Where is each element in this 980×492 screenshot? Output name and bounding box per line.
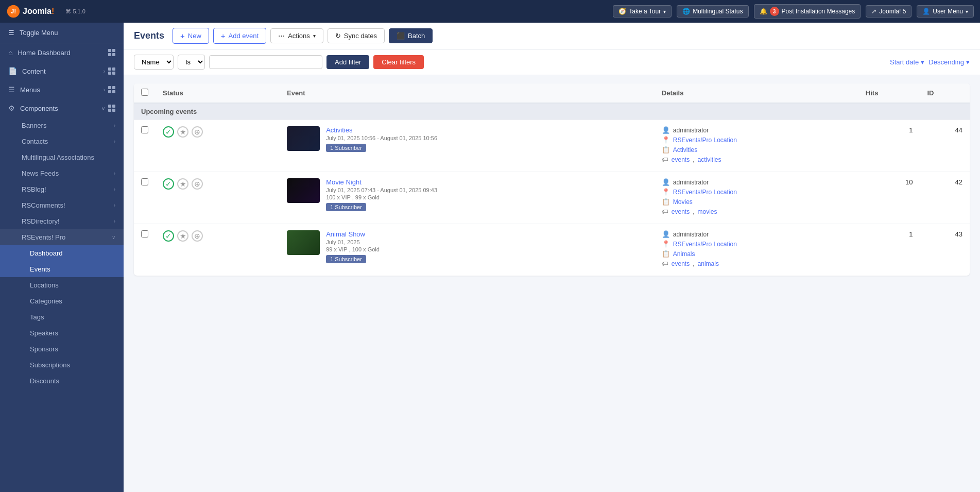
filter-value-input[interactable] xyxy=(209,55,322,69)
row-checkbox[interactable] xyxy=(141,178,148,185)
select-all-checkbox[interactable] xyxy=(141,89,148,96)
joomla5-button[interactable]: ↗ Joomla! 5 xyxy=(866,5,912,18)
tag-link[interactable]: events xyxy=(672,208,690,215)
access-icon[interactable]: ⊕ xyxy=(192,126,203,138)
event-date: July 01, 2025 10:56 - August 01, 2025 10… xyxy=(326,135,647,141)
detail-tags: 🏷 events, animals xyxy=(662,260,851,267)
category-link[interactable]: Animals xyxy=(673,250,695,258)
grid-icon xyxy=(108,49,115,56)
actions-button[interactable]: ⋯ Actions ▾ xyxy=(270,28,323,43)
grid-icon xyxy=(108,67,115,75)
published-icon[interactable]: ✓ xyxy=(163,230,174,242)
add-filter-button[interactable]: Add filter xyxy=(326,55,369,69)
sidebar-item-banners[interactable]: Banners › xyxy=(0,117,124,133)
sidebar-item-multilingual[interactable]: Multilingual Associations xyxy=(0,149,124,165)
featured-icon[interactable]: ★ xyxy=(177,178,188,190)
sidebar-sub-dashboard[interactable]: Dashboard xyxy=(0,245,124,261)
user-icon: 👤 xyxy=(922,8,930,15)
sidebar-item-newsfeeds[interactable]: News Feeds › xyxy=(0,165,124,181)
chevron-down-icon: ▾ xyxy=(313,33,316,39)
hits-cell: 1 xyxy=(858,224,920,276)
sidebar-item-home[interactable]: ⌂ Home Dashboard xyxy=(0,43,124,62)
sidebar-item-rsdirectory[interactable]: RSDirectory! › xyxy=(0,213,124,229)
add-event-button[interactable]: + Add event xyxy=(213,28,266,44)
col-header-event: Event xyxy=(280,83,655,103)
sidebar-sub-discounts[interactable]: Discounts xyxy=(0,373,124,389)
sort-direction-button[interactable]: Descending ▾ xyxy=(929,58,970,66)
joomla-logo-icon: J! xyxy=(6,4,21,19)
published-icon[interactable]: ✓ xyxy=(163,178,174,190)
event-cell: Activities July 01, 2025 10:56 - August … xyxy=(287,126,647,152)
row-checkbox[interactable] xyxy=(141,126,148,133)
sidebar-sub-events[interactable]: Events xyxy=(0,261,124,277)
detail-author: 👤 administrator xyxy=(662,178,851,186)
location-link[interactable]: RSEvents!Pro Location xyxy=(673,189,737,196)
location-icon: 📍 xyxy=(662,240,670,248)
sidebar-item-menus[interactable]: ☰ Menus › xyxy=(0,80,124,99)
tag-link[interactable]: activities xyxy=(698,156,721,163)
access-icon[interactable]: ⊕ xyxy=(192,178,203,190)
detail-category: 📋 Activities xyxy=(662,146,851,154)
sidebar-item-components[interactable]: ⚙ Components ∨ xyxy=(0,99,124,117)
event-name-link[interactable]: Movie Night xyxy=(326,178,362,186)
location-link[interactable]: RSEvents!Pro Location xyxy=(673,241,737,248)
chevron-right-icon: › xyxy=(114,123,115,128)
chevron-right-icon: › xyxy=(114,171,115,176)
tag-icon: 🏷 xyxy=(662,260,668,267)
batch-button[interactable]: ⬛ Batch xyxy=(389,28,433,43)
filter-operator-select[interactable]: Is xyxy=(178,55,205,70)
event-cell: Movie Night July 01, 2025 07:43 - August… xyxy=(287,178,647,211)
access-icon[interactable]: ⊕ xyxy=(192,230,203,242)
event-name-link[interactable]: Activities xyxy=(326,126,352,134)
hits-cell: 10 xyxy=(858,172,920,224)
published-icon[interactable]: ✓ xyxy=(163,126,174,138)
sidebar-sub-categories[interactable]: Categories xyxy=(0,293,124,309)
sidebar-item-contacts[interactable]: Contacts › xyxy=(0,133,124,149)
content-icon: 📄 xyxy=(8,67,17,75)
row-checkbox[interactable] xyxy=(141,230,148,237)
chevron-right-icon: › xyxy=(114,139,115,144)
featured-icon[interactable]: ★ xyxy=(177,230,188,242)
sidebar-sub-sponsors[interactable]: Sponsors xyxy=(0,341,124,357)
sidebar-item-rsevents[interactable]: RSEvents! Pro ∨ xyxy=(0,229,124,245)
notification-badge: 3 xyxy=(770,7,779,16)
author-name: administrator xyxy=(673,179,709,186)
tag-link[interactable]: events xyxy=(672,260,690,267)
new-button[interactable]: + New xyxy=(173,28,209,44)
sync-dates-button[interactable]: ↻ Sync dates xyxy=(328,28,385,43)
sort-field-button[interactable]: Start date ▾ xyxy=(890,58,924,66)
location-link[interactable]: RSEvents!Pro Location xyxy=(673,137,737,144)
event-name-link[interactable]: Animal Show xyxy=(326,230,365,238)
event-info: Animal Show July 01, 2025 99 x VIP , 100… xyxy=(326,230,647,263)
detail-category: 📋 Movies xyxy=(662,198,851,206)
tag-link[interactable]: animals xyxy=(698,260,719,267)
topbar: J! Joomla! ⌘ 5.1.0 🧭 Take a Tour ▾ 🌐 Mul… xyxy=(0,0,980,23)
sidebar-sub-subscriptions[interactable]: Subscriptions xyxy=(0,357,124,373)
featured-icon[interactable]: ★ xyxy=(177,126,188,138)
category-link[interactable]: Activities xyxy=(673,146,697,154)
notifications-button[interactable]: 🔔 3 Post Installation Messages xyxy=(754,4,861,19)
category-link[interactable]: Movies xyxy=(673,198,693,206)
tag-link[interactable]: movies xyxy=(698,208,717,215)
sidebar-sub-speakers[interactable]: Speakers xyxy=(0,325,124,341)
sidebar-sub-locations[interactable]: Locations xyxy=(0,277,124,293)
detail-author: 👤 administrator xyxy=(662,230,851,238)
user-icon: 👤 xyxy=(662,178,670,186)
user-menu-button[interactable]: 👤 User Menu ▾ xyxy=(917,5,974,18)
event-cell: Animal Show July 01, 2025 99 x VIP , 100… xyxy=(287,230,647,263)
sidebar-item-rscomments[interactable]: RSComments! › xyxy=(0,197,124,213)
status-icons: ✓ ★ ⊕ xyxy=(163,126,272,138)
filter-field-select[interactable]: Name xyxy=(134,55,174,70)
toggle-menu-button[interactable]: ☰ Toggle Menu xyxy=(0,23,124,43)
sidebar-item-rsblog[interactable]: RSBlog! › xyxy=(0,181,124,197)
take-tour-button[interactable]: 🧭 Take a Tour ▾ xyxy=(613,5,672,18)
group-header-upcoming: Upcoming events xyxy=(134,103,970,120)
sort-dir-icon: ▾ xyxy=(966,58,970,66)
clear-filters-button[interactable]: Clear filters xyxy=(373,55,424,69)
event-slots: 100 x VIP , 99 x Gold xyxy=(326,194,647,200)
tag-link[interactable]: events xyxy=(672,156,690,163)
sidebar-item-content[interactable]: 📄 Content › xyxy=(0,62,124,80)
multilingual-status-button[interactable]: 🌐 Multilingual Status xyxy=(677,5,748,18)
col-header-hits: Hits xyxy=(858,83,920,103)
sidebar-sub-tags[interactable]: Tags xyxy=(0,309,124,325)
